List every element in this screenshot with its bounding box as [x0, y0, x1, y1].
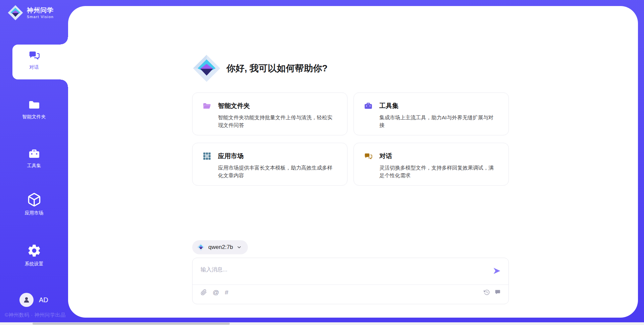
card-title: 对话	[379, 152, 392, 160]
scrollbar-thumb[interactable]	[33, 323, 230, 325]
greeting-gem-icon	[192, 54, 221, 83]
sidebar-item-label: 工具集	[0, 163, 68, 169]
card-title: 智能文件夹	[218, 102, 250, 110]
card-description: 智能文件夹功能支持批量文件上传与清洗，轻松实现文件问答	[218, 114, 337, 129]
sidebar-item-settings[interactable]: 系统设置	[0, 243, 68, 267]
brand-gem-icon	[7, 5, 23, 21]
model-selector[interactable]: qwen2:7b	[192, 240, 248, 254]
sidebar-item-app-market[interactable]: 应用市场	[0, 192, 68, 216]
card-title: 工具集	[379, 102, 398, 110]
grid-icon	[203, 152, 211, 160]
composer-toolbar-left: @ #	[201, 289, 228, 296]
greeting-block: 你好, 我可以如何帮助你?	[192, 54, 328, 83]
avatar	[19, 293, 34, 307]
active-nav-curve-top	[61, 37, 68, 45]
card-title: 应用市场	[218, 152, 244, 160]
horizontal-scrollbar[interactable]	[0, 322, 644, 325]
sidebar-item-label: 智能文件夹	[0, 114, 68, 120]
user-name: AD	[39, 296, 48, 304]
sidebar-item-label: 应用市场	[0, 210, 68, 216]
toolbox-icon	[28, 148, 40, 160]
card-header: 工具集	[364, 102, 498, 110]
sidebar-item-smart-folder[interactable]: 智能文件夹	[0, 99, 68, 120]
card-description: 集成市场上主流工具，助力AI与外界无缝扩展与对接	[379, 114, 498, 129]
card-description: 应用市场提供丰富长文本模板，助力高效生成多样化文章内容	[218, 164, 337, 180]
composer-divider	[193, 284, 508, 285]
folder-open-icon	[203, 102, 211, 110]
composer-toolbar-right	[484, 289, 501, 296]
card-description: 灵活切换多模型文件，支持多样回复效果调试，满足个性化需求	[379, 164, 498, 180]
message-composer: @ #	[192, 258, 509, 304]
model-gem-icon	[197, 243, 205, 251]
comment-icon[interactable]	[495, 289, 501, 296]
app-title-block: 神州问学 Smart Vision	[27, 7, 54, 19]
attachment-icon[interactable]	[201, 289, 207, 296]
app-title: 神州问学	[27, 7, 54, 14]
feature-cards: 智能文件夹 智能文件夹功能支持批量文件上传与清洗，轻松实现文件问答 工具集 集成…	[192, 92, 509, 186]
send-icon[interactable]	[493, 267, 501, 275]
card-smart-folder[interactable]: 智能文件夹 智能文件夹功能支持批量文件上传与清洗，轻松实现文件问答	[192, 92, 347, 135]
sidebar-item-label: 系统设置	[0, 261, 68, 267]
model-name: qwen2:7b	[208, 244, 233, 251]
card-chat[interactable]: 对话 灵活切换多模型文件，支持多样回复效果调试，满足个性化需求	[354, 143, 509, 186]
card-toolset[interactable]: 工具集 集成市场上主流工具，助力AI与外界无缝扩展与对接	[354, 92, 509, 135]
app-subtitle: Smart Vision	[27, 15, 54, 19]
chat-icon	[364, 152, 373, 160]
mention-icon[interactable]: @	[213, 289, 219, 296]
hashtag-icon[interactable]: #	[225, 289, 228, 296]
cube-icon	[27, 192, 42, 207]
message-input[interactable]	[201, 263, 482, 275]
card-header: 应用市场	[203, 152, 337, 160]
folder-icon	[28, 99, 40, 111]
history-icon[interactable]	[484, 289, 490, 296]
chevron-down-icon	[236, 245, 242, 250]
main-content-panel: 你好, 我可以如何帮助你? 智能文件夹 智能文件夹功能支持批量文件上传与清洗，轻…	[68, 6, 638, 318]
greeting-title: 你好, 我可以如何帮助你?	[226, 62, 328, 74]
sidebar-item-toolset[interactable]: 工具集	[0, 148, 68, 169]
copyright-text: ©神州数码 · 神州问学出品	[5, 312, 65, 318]
card-header: 对话	[364, 152, 498, 160]
chat-icon	[28, 49, 40, 61]
card-header: 智能文件夹	[203, 102, 337, 110]
app-logo: 神州问学 Smart Vision	[7, 5, 54, 21]
user-account[interactable]: AD	[19, 293, 48, 307]
sidebar-item-chat[interactable]: 对话	[0, 49, 68, 70]
gear-icon	[27, 243, 42, 258]
sidebar-item-label: 对话	[0, 64, 68, 70]
person-icon	[22, 296, 31, 304]
toolbox-icon	[364, 102, 373, 110]
card-app-market[interactable]: 应用市场 应用市场提供丰富长文本模板，助力高效生成多样化文章内容	[192, 143, 347, 186]
active-nav-curve-bottom	[61, 79, 68, 87]
